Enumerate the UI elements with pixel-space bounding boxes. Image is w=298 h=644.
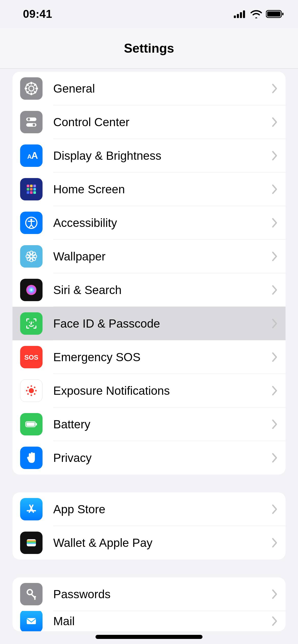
svg-rect-0 [234,16,236,18]
chevron-right-icon [272,453,278,463]
row-emergency-sos[interactable]: SOS Emergency SOS [12,340,286,374]
svg-text:A: A [31,150,38,161]
row-face-id-passcode[interactable]: Face ID & Passcode [12,307,286,340]
row-label: Face ID & Passcode [53,317,272,330]
row-home-screen[interactable]: Home Screen [12,172,286,206]
row-label: App Store [53,502,272,516]
battery-icon [266,10,284,18]
row-label: Accessibility [53,216,272,230]
svg-rect-23 [27,185,29,187]
svg-rect-1 [237,14,239,18]
chevron-right-icon [272,251,278,261]
chevron-right-icon [272,589,278,599]
svg-rect-6 [282,13,283,15]
svg-text:SOS: SOS [24,354,38,361]
row-general[interactable]: General [12,72,286,105]
app-grid-icon [20,178,43,200]
gear-icon [20,77,43,100]
svg-rect-65 [27,543,36,544]
row-battery[interactable]: Battery [12,407,286,441]
row-display-brightness[interactable]: AA Display & Brightness [12,139,286,172]
svg-point-51 [35,390,37,391]
page-title: Settings [124,41,174,56]
svg-point-50 [26,390,28,391]
face-id-icon [20,312,43,335]
svg-point-49 [31,394,32,396]
chevron-right-icon [272,352,278,362]
mail-icon [20,611,43,631]
wallet-icon [20,532,43,554]
svg-point-7 [29,86,34,91]
row-app-store[interactable]: App Store [12,492,286,526]
row-accessibility[interactable]: Accessibility [12,206,286,240]
hand-icon [20,447,43,469]
settings-section: App Store Wallet & Apple Pay [12,492,286,560]
chevron-right-icon [272,184,278,194]
row-label: Wallpaper [53,250,272,263]
svg-rect-29 [27,191,29,194]
chevron-right-icon [272,616,278,626]
chevron-right-icon [272,151,278,161]
svg-rect-26 [27,188,29,191]
row-label: Control Center [53,115,272,129]
key-icon [20,583,43,605]
svg-point-55 [34,393,35,395]
svg-point-53 [34,387,35,388]
svg-rect-57 [26,422,35,426]
svg-point-45 [33,322,34,323]
settings-list: General Control Center AA Display & Brig… [0,72,298,631]
svg-point-54 [27,393,29,395]
sos-icon: SOS [20,346,43,368]
svg-rect-25 [33,185,36,187]
svg-rect-63 [27,540,36,541]
cellular-icon [234,10,247,18]
accessibility-icon [20,212,43,234]
svg-point-33 [30,219,32,221]
app-store-icon [20,498,43,520]
chevron-right-icon [272,386,278,396]
svg-rect-2 [240,12,242,18]
svg-point-43 [26,285,36,295]
svg-point-44 [29,322,30,323]
home-indicator[interactable] [96,635,202,639]
siri-icon [20,279,43,301]
svg-rect-27 [30,188,33,191]
svg-rect-5 [267,11,280,17]
row-mail[interactable]: Mail [12,611,286,631]
exposure-icon [20,379,43,402]
nav-bar: Settings [0,28,298,69]
status-time: 09:41 [23,8,52,20]
row-control-center[interactable]: Control Center [12,105,286,139]
row-label: Emergency SOS [53,350,272,364]
svg-rect-64 [27,541,36,543]
battery-icon [20,413,43,435]
svg-rect-31 [33,191,36,194]
row-wallpaper[interactable]: Wallpaper [12,240,286,273]
svg-point-20 [33,124,35,126]
row-passwords[interactable]: Passwords [12,577,286,611]
chevron-right-icon [272,83,278,94]
chevron-right-icon [272,285,278,295]
status-indicators [234,10,284,18]
flower-icon [20,245,43,268]
row-label: Exposure Notifications [53,384,272,398]
row-label: Privacy [53,451,272,465]
svg-rect-28 [33,188,36,191]
text-size-icon: AA [20,144,43,167]
row-label: Home Screen [53,182,272,196]
row-label: Battery [53,417,272,431]
row-label: Display & Brightness [53,149,272,163]
settings-section: General Control Center AA Display & Brig… [12,72,286,475]
chevron-right-icon [272,419,278,429]
row-privacy[interactable]: Privacy [12,441,286,475]
status-bar: 09:41 [0,0,298,28]
chevron-right-icon [272,538,278,548]
row-wallet-apple-pay[interactable]: Wallet & Apple Pay [12,526,286,560]
row-siri-search[interactable]: Siri & Search [12,273,286,307]
svg-text:A: A [27,153,32,160]
row-exposure-notifications[interactable]: Exposure Notifications [12,374,286,407]
svg-point-47 [29,388,34,393]
svg-point-18 [28,118,30,121]
chevron-right-icon [272,318,278,329]
wifi-icon [250,10,262,18]
